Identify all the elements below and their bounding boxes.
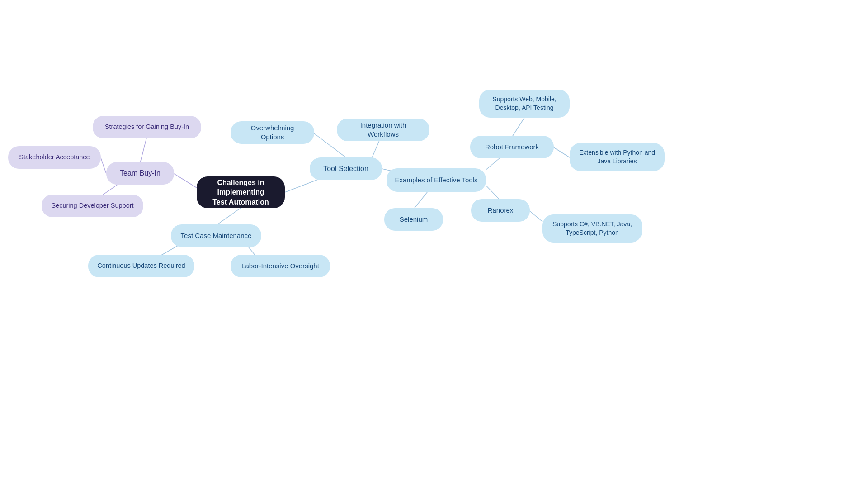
strategies-gaining-buyin-node: Strategies for Gaining Buy-In (93, 116, 201, 138)
team-buyin-node: Team Buy-In (106, 162, 174, 185)
svg-line-5 (512, 118, 524, 137)
svg-line-9 (529, 210, 542, 222)
svg-line-8 (486, 186, 500, 200)
integration-workflows-node: Integration with Workflows (337, 119, 429, 141)
robot-framework-node: Robot Framework (470, 136, 554, 158)
continuous-updates-node: Continuous Updates Required (88, 255, 194, 277)
svg-line-10 (174, 174, 197, 188)
supports-csharp-node: Supports C#, VB.NET, Java, TypeScript, P… (542, 214, 642, 243)
extensible-python-node: Extensible with Python and Java Librarie… (570, 143, 665, 171)
labor-intensive-node: Labor-Intensive Oversight (231, 255, 330, 277)
examples-effective-tools-node: Examples of Effective Tools (387, 168, 486, 192)
ranorex-node: Ranorex (471, 199, 530, 222)
svg-line-12 (101, 158, 106, 174)
stakeholder-acceptance-node: Stakeholder Acceptance (8, 146, 101, 169)
svg-line-14 (216, 208, 241, 225)
tool-selection-node: Tool Selection (310, 157, 382, 180)
test-case-maintenance-node: Test Case Maintenance (171, 224, 261, 247)
svg-line-6 (554, 147, 570, 157)
connection-lines (0, 0, 868, 490)
supports-web-mobile-node: Supports Web, Mobile, Desktop, API Testi… (479, 90, 570, 118)
center-node: Challenges in Implementing Test Automati… (197, 176, 285, 208)
overwhelming-options-node: Overwhelming Options (231, 121, 314, 144)
securing-developer-support-node: Securing Developer Support (42, 195, 143, 217)
selenium-node: Selenium (384, 208, 443, 231)
